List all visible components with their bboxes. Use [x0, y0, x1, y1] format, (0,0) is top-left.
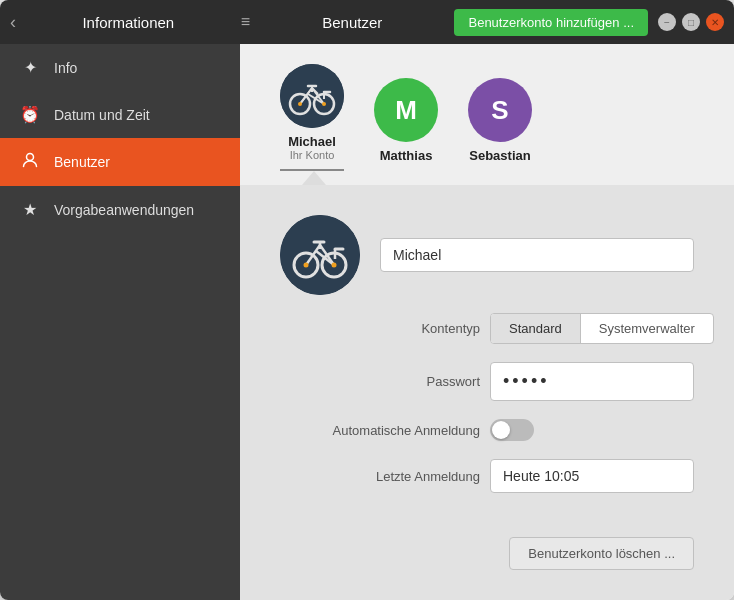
- autologin-label: Automatische Anmeldung: [280, 423, 480, 438]
- svg-point-14: [322, 102, 326, 106]
- autologin-toggle[interactable]: [490, 419, 534, 441]
- maximize-button[interactable]: □: [682, 13, 700, 31]
- svg-point-26: [332, 263, 337, 268]
- account-type-control: Standard Systemverwalter: [490, 313, 714, 344]
- user-card-sebastian[interactable]: S Sebastian: [468, 78, 532, 171]
- user-icon: [20, 152, 40, 172]
- sidebar: ✦ Info ⏰ Datum und Zeit Benutzer ★ Vorga…: [0, 44, 240, 600]
- section-title: Benutzer: [322, 14, 382, 31]
- window: ‹ Informationen ≡ Benutzer Benutzerkonto…: [0, 0, 734, 600]
- last-login-label: Letzte Anmeldung: [280, 469, 480, 484]
- user-card-michael[interactable]: Michael Ihr Konto: [280, 64, 344, 171]
- avatar-matthias: M: [374, 78, 438, 142]
- account-type-group: Standard Systemverwalter: [490, 313, 714, 344]
- back-button[interactable]: ‹: [10, 12, 16, 33]
- sidebar-label-default-apps: Vorgabeanwendungen: [54, 202, 194, 218]
- titlebar-actions: Benutzerkonto hinzufügen ...: [454, 9, 648, 36]
- user-name-sebastian: Sebastian: [469, 148, 530, 163]
- user-subtitle-michael: Ihr Konto: [290, 149, 335, 161]
- sidebar-item-default-apps[interactable]: ★ Vorgabeanwendungen: [0, 186, 240, 233]
- detail-panel: Kontentyp Standard Systemverwalter Passw…: [240, 185, 734, 600]
- close-button[interactable]: ✕: [706, 13, 724, 31]
- detail-footer: Benutzerkonto löschen ...: [280, 527, 694, 570]
- hamburger-icon[interactable]: ≡: [241, 13, 250, 31]
- content-area: Michael Ihr Konto M Matthias S Sebastian: [240, 44, 734, 600]
- account-type-row: Kontentyp Standard Systemverwalter: [280, 313, 694, 344]
- users-row: Michael Ihr Konto M Matthias S Sebastian: [240, 44, 734, 171]
- autologin-control: [490, 419, 694, 441]
- last-login-control: [490, 459, 694, 493]
- titlebar-left: ‹ Informationen ≡: [10, 12, 250, 33]
- detail-avatar[interactable]: [280, 215, 360, 295]
- name-input[interactable]: [380, 238, 694, 272]
- password-row: Passwort: [280, 362, 694, 401]
- info-icon: ✦: [20, 58, 40, 77]
- titlebar-center: Benutzer: [250, 14, 454, 31]
- toggle-knob: [492, 421, 510, 439]
- avatar-michael: [280, 64, 344, 128]
- app-title: Informationen: [26, 14, 231, 31]
- svg-point-0: [27, 154, 34, 161]
- password-control: [490, 362, 694, 401]
- avatar-sebastian: S: [468, 78, 532, 142]
- sidebar-item-datetime[interactable]: ⏰ Datum und Zeit: [0, 91, 240, 138]
- clock-icon: ⏰: [20, 105, 40, 124]
- star-icon: ★: [20, 200, 40, 219]
- password-input[interactable]: [490, 362, 694, 401]
- triangle-icon: [302, 171, 326, 185]
- last-login-input[interactable]: [490, 459, 694, 493]
- window-controls: − □ ✕: [658, 13, 724, 31]
- account-type-label: Kontentyp: [280, 321, 480, 336]
- last-login-row: Letzte Anmeldung: [280, 459, 694, 493]
- sidebar-label-info: Info: [54, 60, 77, 76]
- sidebar-item-users[interactable]: Benutzer: [0, 138, 240, 186]
- account-type-admin[interactable]: Systemverwalter: [581, 314, 713, 343]
- svg-point-25: [304, 263, 309, 268]
- detail-header: [280, 215, 694, 295]
- password-label: Passwort: [280, 374, 480, 389]
- main-layout: ✦ Info ⏰ Datum und Zeit Benutzer ★ Vorga…: [0, 44, 734, 600]
- sidebar-label-users: Benutzer: [54, 154, 110, 170]
- autologin-row: Automatische Anmeldung: [280, 419, 694, 441]
- user-name-michael: Michael: [288, 134, 336, 149]
- user-name-matthias: Matthias: [380, 148, 433, 163]
- selection-indicator: [240, 171, 734, 185]
- add-user-button[interactable]: Benutzerkonto hinzufügen ...: [454, 9, 648, 36]
- delete-account-button[interactable]: Benutzerkonto löschen ...: [509, 537, 694, 570]
- sidebar-item-info[interactable]: ✦ Info: [0, 44, 240, 91]
- user-card-matthias[interactable]: M Matthias: [374, 78, 438, 171]
- sidebar-label-datetime: Datum und Zeit: [54, 107, 150, 123]
- svg-point-13: [298, 102, 302, 106]
- minimize-button[interactable]: −: [658, 13, 676, 31]
- titlebar: ‹ Informationen ≡ Benutzer Benutzerkonto…: [0, 0, 734, 44]
- account-type-standard[interactable]: Standard: [491, 314, 580, 343]
